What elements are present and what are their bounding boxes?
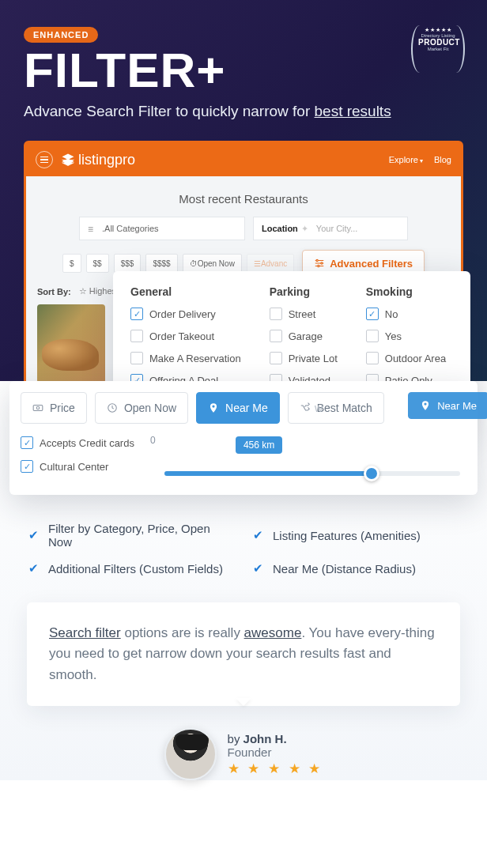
- filter-option[interactable]: Accepts Credit cards: [21, 436, 134, 449]
- checkbox-icon[interactable]: [130, 352, 143, 364]
- filter-option[interactable]: Outdoor Area: [366, 352, 446, 364]
- filter-option[interactable]: No: [366, 308, 446, 320]
- stack-icon: [61, 153, 75, 167]
- brand-logo[interactable]: listingpro: [61, 152, 135, 168]
- price-pill-3[interactable]: $$$: [114, 254, 142, 273]
- page-title: Most recent Restaurants: [37, 192, 450, 206]
- feature-item: ✔Listing Features (Amenities): [253, 522, 459, 549]
- feature-item: ✔Filter by Category, Price, Open Now: [28, 522, 234, 549]
- check-icon: ✔: [28, 528, 39, 542]
- hero-section: ★★★★★ Directory Listing PRODUCT Market F…: [0, 0, 487, 409]
- filter-option-label: Private Lot: [289, 353, 338, 364]
- feature-label: Filter by Category, Price, Open Now: [48, 522, 234, 549]
- open-now-button[interactable]: Open Now: [95, 392, 188, 424]
- filter-option[interactable]: Private Lot: [270, 352, 338, 364]
- filter-option-label: No: [385, 308, 398, 320]
- clock-icon: [107, 402, 118, 413]
- svg-point-1: [321, 262, 323, 264]
- nav-blog[interactable]: Blog: [434, 155, 451, 164]
- filter-option-label: Garage: [289, 330, 323, 342]
- price-pill-2[interactable]: $$: [86, 254, 109, 273]
- svg-rect-3: [33, 406, 43, 411]
- feature-label: Additional Filters (Custom Fields): [48, 562, 223, 576]
- filter-option-label: Accepts Credit cards: [40, 437, 134, 449]
- filter-option-label: Yes: [385, 330, 402, 342]
- feature-item: ✔Near Me (Distance Radius): [253, 561, 459, 576]
- filter-option-label: Cultural Center: [40, 461, 108, 473]
- listing-thumbnail[interactable]: [37, 304, 105, 383]
- filter-option[interactable]: Garage: [270, 330, 338, 342]
- checkbox-icon[interactable]: [270, 352, 282, 364]
- price-pill-1[interactable]: $: [62, 254, 81, 273]
- app-mockup: listingpro Explore▾ Blog Most recent Res…: [24, 141, 463, 409]
- filter-option[interactable]: Cultural Center: [21, 460, 134, 473]
- enhanced-badge: ENHANCED: [24, 27, 98, 43]
- checkbox-icon[interactable]: [21, 436, 33, 449]
- slider-value-badge: 456 km: [236, 436, 282, 454]
- category-select[interactable]: .All Categories: [79, 217, 245, 240]
- product-seal-badge: ★★★★★ Directory Listing PRODUCT Market F…: [411, 22, 465, 76]
- author-role: Founder: [228, 745, 323, 759]
- filter-bar-card: Price Open Now Near Me Best Match w Near…: [9, 381, 478, 495]
- slider-min-label: 0: [150, 435, 156, 446]
- price-button[interactable]: Price: [21, 392, 87, 424]
- open-now-pill[interactable]: ⏱ Open Now: [183, 254, 242, 273]
- hero-subtitle: Advance Search Filter to quickly narrow …: [24, 103, 463, 120]
- filter-group-title: Smoking: [366, 285, 446, 298]
- location-input[interactable]: Location ✦ Your City...: [253, 217, 408, 240]
- near-me-button-ghost[interactable]: Near Me: [408, 392, 487, 419]
- distance-slider[interactable]: 456 km 0: [150, 436, 466, 484]
- nav-explore[interactable]: Explore▾: [389, 155, 423, 164]
- pin-icon: [420, 400, 431, 411]
- shuffle-icon: [300, 402, 311, 413]
- filter-option-label: Order Takeout: [149, 330, 214, 342]
- author-avatar: [164, 728, 217, 780]
- sort-by-label: Sort By:: [37, 287, 71, 296]
- checkbox-icon[interactable]: [130, 330, 143, 342]
- svg-point-0: [316, 259, 318, 261]
- list-icon: [88, 225, 97, 232]
- check-icon: ✔: [253, 561, 263, 576]
- filter-option-label: Order Delivery: [149, 308, 216, 320]
- checkbox-icon[interactable]: [366, 330, 379, 342]
- hero-title: FILTER+: [24, 46, 463, 95]
- adv-filters-ghost: ☰ Advanc: [247, 254, 294, 273]
- mockup-topbar: listingpro Explore▾ Blog: [26, 143, 461, 176]
- filter-option[interactable]: Order Takeout: [130, 330, 241, 342]
- pin-icon: [208, 402, 219, 413]
- check-icon: ✔: [253, 528, 263, 542]
- sliders-icon: [314, 258, 325, 269]
- filter-option-label: Outdoor Area: [385, 353, 446, 364]
- filter-option[interactable]: Order Delivery: [130, 308, 241, 320]
- author-name: John H.: [244, 732, 287, 745]
- testimonial: Search filter options are is really awes…: [27, 602, 460, 706]
- filter-group-title: Parking: [270, 285, 338, 298]
- filter-option-label: Street: [289, 308, 316, 320]
- price-pill-4[interactable]: $$$$: [145, 254, 177, 273]
- filter-option-label: Make A Reservation: [149, 353, 241, 364]
- ghost-suffix: w: [315, 402, 323, 414]
- checkbox-icon[interactable]: [366, 308, 379, 320]
- testimonial-author: by John H. Founder ★ ★ ★ ★ ★: [0, 728, 487, 780]
- feature-item: ✔Additional Filters (Custom Fields): [28, 561, 234, 576]
- filter-option[interactable]: Street: [270, 308, 338, 320]
- money-icon: [32, 402, 43, 413]
- hamburger-icon[interactable]: [36, 151, 53, 168]
- feature-label: Near Me (Distance Radius): [273, 562, 416, 576]
- check-icon: ✔: [28, 561, 39, 576]
- checkbox-icon[interactable]: [270, 308, 282, 320]
- checkbox-icon[interactable]: [21, 460, 33, 473]
- feature-label: Listing Features (Amenities): [273, 529, 421, 542]
- checkbox-icon[interactable]: [270, 330, 282, 342]
- slider-knob[interactable]: [364, 466, 379, 481]
- svg-point-4: [36, 406, 40, 409]
- rating-stars: ★ ★ ★ ★ ★: [228, 760, 323, 777]
- checkbox-icon[interactable]: [130, 308, 143, 320]
- filter-option[interactable]: Yes: [366, 330, 446, 342]
- filter-option[interactable]: Make A Reservation: [130, 352, 241, 364]
- checkbox-icon[interactable]: [366, 352, 379, 364]
- svg-point-2: [318, 265, 319, 266]
- near-me-button[interactable]: Near Me: [196, 392, 280, 424]
- filter-group-title: General: [130, 285, 241, 298]
